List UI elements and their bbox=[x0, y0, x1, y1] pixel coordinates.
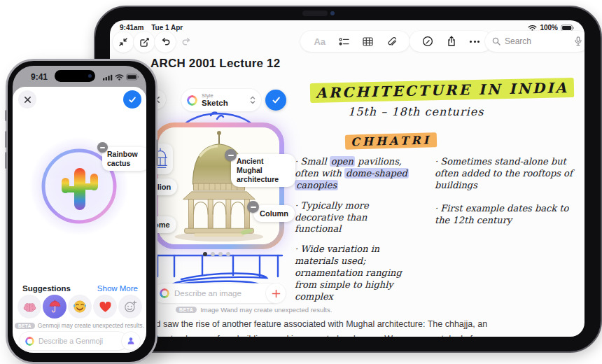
genmoji-sheet: Rainbow cactus Suggestions Show More bbox=[13, 87, 146, 353]
notes-app: 9:41am Tue 1 Apr 100% bbox=[110, 20, 584, 337]
laughing-crying-emoji[interactable] bbox=[68, 295, 92, 318]
image-variant-dots[interactable] bbox=[203, 252, 230, 256]
apple-intelligence-icon bbox=[160, 288, 169, 298]
ipad-time: 9:41am bbox=[120, 24, 144, 31]
style-value: Sketch bbox=[202, 99, 246, 108]
describe-image-input[interactable]: Describe an image bbox=[153, 284, 282, 303]
checkmark-icon bbox=[272, 96, 281, 104]
search-icon bbox=[492, 37, 500, 46]
accept-image-button[interactable] bbox=[265, 90, 286, 111]
confirm-genmoji-button[interactable] bbox=[123, 90, 141, 108]
volume-down-button bbox=[5, 152, 7, 169]
typed-note-line: ning that extends away from buildings an… bbox=[125, 334, 472, 337]
share-button[interactable] bbox=[447, 36, 456, 47]
compose-icon bbox=[139, 37, 150, 48]
typed-note-line: s period saw the rise of another feature… bbox=[130, 319, 487, 329]
power-button bbox=[156, 139, 158, 166]
more-button[interactable] bbox=[470, 41, 479, 43]
image-wand-disclaimer: BETA Image Wand may create unexpected re… bbox=[176, 306, 332, 314]
tag-ancient-mughal-architecture[interactable]: Ancient Mughal architecture bbox=[231, 154, 295, 187]
ipad-status-left: 9:41am Tue 1 Apr bbox=[120, 24, 183, 31]
action-button bbox=[5, 110, 7, 121]
collapse-arrows-icon bbox=[118, 37, 128, 47]
ipad-camera-lens bbox=[330, 11, 335, 15]
undo-icon bbox=[160, 37, 171, 47]
iphone-status-icons bbox=[103, 74, 139, 80]
iphone-device: 9:41 bbox=[6, 59, 158, 364]
iphone-time: 9:41 bbox=[31, 72, 48, 82]
close-sheet-button[interactable] bbox=[18, 90, 36, 108]
text-format-button[interactable]: Aa bbox=[314, 36, 326, 47]
describe-genmoji-placeholder: Describe a Genmoji bbox=[38, 337, 103, 345]
new-genmoji-button[interactable] bbox=[118, 295, 142, 318]
plus-icon bbox=[272, 289, 281, 298]
genmoji-disclaimer: BETA Genmoji may create unexpected resul… bbox=[13, 322, 146, 329]
note-bullet: · Small open pavilions, often with dome-… bbox=[295, 156, 415, 192]
checkmark-icon bbox=[128, 96, 136, 104]
describe-genmoji-input[interactable]: Describe a Genmoji bbox=[20, 332, 127, 350]
search-placeholder: Search bbox=[505, 36, 570, 46]
suggestion-row bbox=[18, 295, 142, 318]
note-bullet: · Sometimes stand-alone but often added … bbox=[435, 156, 578, 192]
note-bullets-right: · Sometimes stand-alone but often added … bbox=[435, 156, 578, 226]
battery-icon bbox=[561, 24, 575, 31]
beta-badge: BETA bbox=[176, 307, 197, 313]
note-section-heading: CHHATRI bbox=[345, 134, 437, 148]
format-toolbar-group: Aa bbox=[300, 31, 410, 52]
describe-image-placeholder: Describe an image bbox=[174, 289, 241, 298]
ipad-front-camera bbox=[302, 10, 328, 16]
profile-person-button[interactable] bbox=[122, 332, 140, 350]
person-icon bbox=[126, 336, 136, 346]
suggestions-title: Suggestions bbox=[22, 284, 71, 293]
undo-button[interactable] bbox=[155, 31, 176, 52]
style-label: Style bbox=[202, 93, 246, 99]
note-headline: ARCHITECTURE IN INDIA bbox=[310, 80, 574, 100]
battery-icon bbox=[126, 74, 139, 80]
add-image-button[interactable] bbox=[266, 284, 286, 303]
note-bullet: · Wide variation in materials used; orna… bbox=[295, 244, 415, 302]
note-bullet: · Typically more decorative than functio… bbox=[295, 200, 415, 236]
tag-column[interactable]: Column bbox=[253, 205, 295, 222]
markup-pen-button[interactable] bbox=[422, 36, 433, 47]
umbrella-genmoji[interactable] bbox=[43, 295, 66, 318]
style-picker[interactable]: Style Sketch bbox=[181, 89, 261, 111]
note-subtitle: 15th – 18th centuries bbox=[348, 105, 484, 118]
attachment-button[interactable] bbox=[386, 36, 396, 47]
dynamic-island bbox=[55, 70, 95, 82]
close-icon bbox=[24, 96, 31, 104]
show-more-link[interactable]: Show More bbox=[97, 284, 138, 293]
note-bullet: · First example dates back to the 12th c… bbox=[435, 203, 578, 227]
remove-genmoji-tag-button[interactable] bbox=[97, 142, 108, 153]
note-title: ARCH 2001 Lecture 12 bbox=[150, 57, 280, 71]
apple-intelligence-icon bbox=[25, 337, 34, 346]
ipad-device: 9:41am Tue 1 Apr 100% bbox=[94, 6, 602, 353]
dictation-mic-icon[interactable] bbox=[575, 36, 582, 46]
rainbow-cactus-emoji bbox=[58, 161, 102, 213]
heart-emoji[interactable] bbox=[93, 295, 117, 318]
search-field[interactable]: Search bbox=[485, 31, 584, 52]
redo-icon bbox=[181, 37, 192, 47]
note-bullets-left: · Small open pavilions, often with dome-… bbox=[295, 156, 415, 303]
redo-button[interactable] bbox=[176, 31, 197, 52]
collapse-toolbar-button[interactable] bbox=[113, 31, 134, 52]
beta-badge: BETA bbox=[15, 323, 35, 329]
wifi-icon bbox=[528, 24, 537, 31]
compose-button[interactable] bbox=[134, 31, 155, 52]
image-style-icon bbox=[187, 95, 197, 106]
remove-tag-button[interactable] bbox=[225, 149, 237, 161]
wifi-icon bbox=[115, 74, 124, 80]
brain-emoji[interactable] bbox=[18, 295, 41, 318]
front-camera-dot bbox=[88, 74, 92, 78]
marketing-canvas: 9:41am Tue 1 Apr 100% bbox=[0, 0, 602, 364]
genmoji-screen: 9:41 bbox=[13, 66, 146, 353]
cellular-icon bbox=[103, 74, 113, 80]
checklist-button[interactable] bbox=[339, 37, 349, 46]
chevron-up-down-icon bbox=[250, 96, 255, 104]
ipad-date: Tue 1 Apr bbox=[151, 24, 183, 31]
tools-toolbar-group bbox=[410, 31, 492, 52]
genmoji-result-label[interactable]: Rainbow cactus bbox=[102, 147, 146, 171]
table-button[interactable] bbox=[363, 37, 373, 46]
remove-tag-button[interactable] bbox=[247, 201, 259, 213]
volume-up-button bbox=[5, 131, 7, 148]
